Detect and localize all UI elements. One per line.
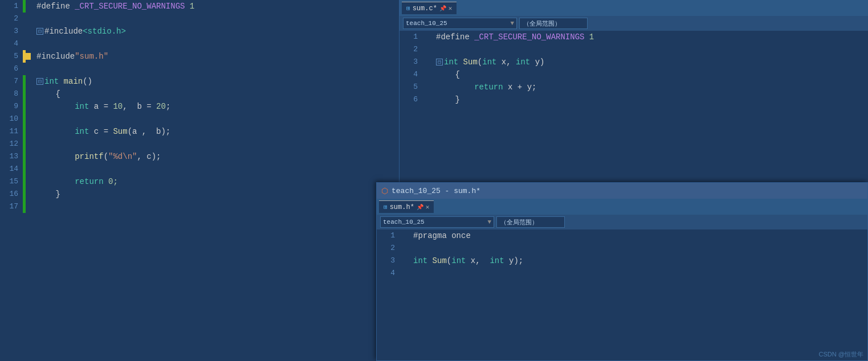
vs-icon: ⬡ [381, 186, 388, 196]
project-dropdown-h[interactable]: teach_10_25 ▼ [380, 216, 494, 228]
code-line: 11 int c = Sum(a , b); [0, 125, 399, 138]
code-token: 1 [584, 32, 594, 42]
project-name-h: teach_10_25 [383, 219, 425, 225]
code-line: 10 [0, 113, 399, 125]
gutter-green-bar [23, 163, 26, 175]
line-content [34, 38, 399, 50]
line-content [434, 43, 868, 56]
bottom-right-toolbar: teach_10_25 ▼ （全局范围） [377, 215, 867, 229]
tab-sum-h[interactable]: ⊞ sum.h* 📌 ✕ [379, 200, 434, 213]
line-number: 5 [400, 81, 422, 93]
code-token: "sum.h" [75, 52, 108, 61]
line-gutter [400, 229, 411, 242]
code-token: _CRT_SECURE_NO_WARNINGS [75, 2, 185, 11]
line-content [34, 113, 399, 125]
code-line: 4 [0, 38, 399, 50]
line-gutter [23, 150, 34, 163]
code-line: 7⊟int main() [0, 75, 399, 88]
line-gutter [23, 125, 34, 138]
main-code-area: 1#define _CRT_SECURE_NO_WARNINGS 123⊟#in… [0, 0, 399, 213]
scope-dropdown-h[interactable]: （全局范围） [496, 216, 565, 228]
tab-sum-c[interactable]: ⊞ sum.c* 📌 ✕ [402, 2, 457, 14]
line-content: int Sum(int x, int y); [411, 255, 867, 267]
line-content [411, 242, 867, 255]
code-token: _CRT_SECURE_NO_WARNINGS [474, 32, 584, 42]
code-token: "%d\n" [108, 152, 137, 161]
code-token: Sum [433, 256, 447, 265]
gutter-green-bar [23, 0, 26, 13]
code-token: main [64, 77, 83, 86]
line-number: 11 [0, 125, 23, 138]
line-gutter [23, 200, 34, 213]
line-number: 6 [0, 63, 23, 75]
code-line: 9 int a = 10, b = 20; [0, 100, 399, 113]
line-content: ⊟int main() [34, 75, 399, 88]
line-number: 2 [377, 242, 400, 255]
collapse-box[interactable]: ⊟ [36, 78, 43, 85]
code-token: ( [104, 152, 108, 161]
code-token: 10 [113, 102, 123, 111]
line-content: } [434, 93, 868, 106]
code-token: x, [471, 256, 490, 265]
line-gutter [23, 63, 34, 75]
scope-text-h: （全局范围） [500, 218, 538, 227]
code-token: y); [509, 256, 523, 265]
close-button-h[interactable]: ✕ [426, 203, 430, 211]
code-token: #include [36, 52, 75, 61]
line-content: ⊟#include<stdio.h> [34, 25, 399, 38]
line-number: 4 [377, 267, 400, 280]
code-line: 14 [0, 163, 399, 175]
line-content [34, 138, 399, 150]
top-right-editor: ⊞ sum.c* 📌 ✕ teach_10_25 ▼ （全局范围） 1#defi… [399, 0, 868, 182]
line-content [34, 63, 399, 75]
code-token: x, [502, 58, 516, 67]
collapse-box[interactable]: ⊟ [36, 28, 43, 35]
line-gutter [400, 255, 411, 267]
close-button[interactable]: ✕ [449, 5, 453, 12]
line-gutter [23, 88, 34, 100]
code-token: Sum [113, 127, 127, 136]
code-line: 16 } [0, 188, 399, 200]
line-content: #define _CRT_SECURE_NO_WARNINGS 1 [34, 0, 399, 13]
code-line: 8 { [0, 88, 399, 100]
collapse-box[interactable]: ⊟ [436, 59, 443, 65]
code-token: } [436, 95, 460, 104]
tab-label-h: sum.h* [390, 203, 414, 211]
code-token: x + y; [508, 83, 536, 92]
project-dropdown[interactable]: teach_10_25 ▼ [403, 18, 517, 29]
line-content: return x + y; [434, 81, 868, 93]
line-content: #define _CRT_SECURE_NO_WARNINGS 1 [434, 31, 868, 43]
code-line: 6 } [400, 93, 868, 106]
code-token: ; [166, 102, 170, 111]
code-token: int [482, 58, 502, 67]
code-token [36, 152, 75, 161]
line-content: int c = Sum(a , b); [34, 125, 399, 138]
line-gutter [23, 75, 34, 88]
line-number: 2 [0, 13, 23, 25]
line-number: 5 [0, 50, 23, 63]
tab-icon-h: ⊞ [384, 203, 388, 211]
code-token [436, 83, 474, 92]
pin-button-h[interactable]: 📌 [417, 204, 423, 211]
code-line: 2 [400, 43, 868, 56]
line-content: int a = 10, b = 20; [34, 100, 399, 113]
gutter-green-bar [23, 138, 26, 150]
line-content: } [34, 188, 399, 200]
code-token: #define [36, 2, 75, 11]
line-number: 4 [400, 68, 422, 81]
line-number: 6 [400, 93, 422, 106]
scope-dropdown[interactable]: （全局范围） [519, 18, 588, 29]
code-token: 1 [185, 2, 194, 11]
code-token: 0; [108, 177, 118, 186]
line-content: #include"sum.h" [34, 50, 399, 63]
gutter-green-bar [23, 113, 26, 125]
code-token: 20 [156, 102, 166, 111]
line-gutter [23, 113, 34, 125]
pin-button[interactable]: 📌 [439, 5, 446, 12]
code-token: Sum [463, 58, 478, 67]
code-token: { [436, 70, 460, 79]
code-token: ( [478, 58, 482, 67]
line-gutter [400, 242, 411, 255]
tab-icon: ⊞ [406, 5, 410, 12]
line-number: 10 [0, 113, 23, 125]
